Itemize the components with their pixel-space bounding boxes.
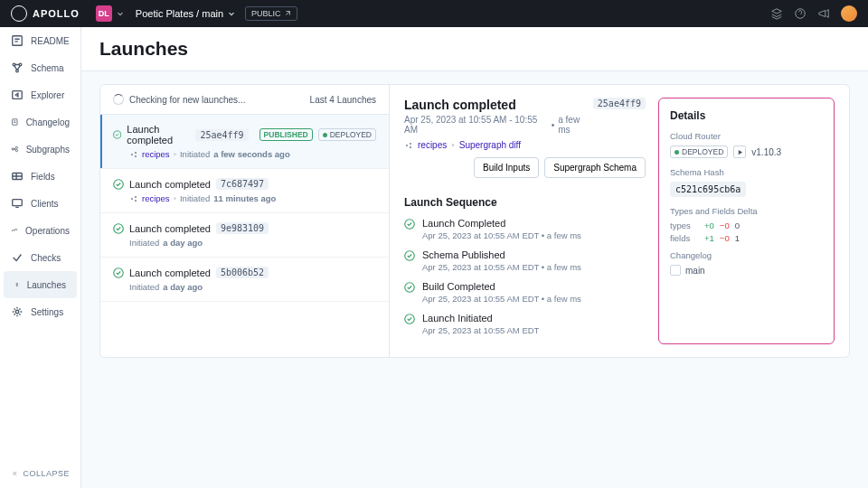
- checkmark-icon: [404, 219, 415, 230]
- checkmark-icon: [404, 314, 415, 324]
- svg-point-9: [15, 150, 17, 152]
- launch-item[interactable]: Launch completed 25ae4ff9 PUBLISHED DEPL…: [100, 115, 389, 169]
- sidebar-item-changelog[interactable]: Changelog: [0, 108, 80, 136]
- sidebar-item-schema[interactable]: Schema: [0, 54, 80, 81]
- svg-point-8: [15, 146, 17, 148]
- document-icon: [670, 265, 681, 276]
- help-icon[interactable]: [794, 7, 807, 20]
- commit-hash: 5b006b52: [216, 267, 269, 278]
- launch-detail: Launch completed Apr 25, 2023 at 10:55 A…: [390, 85, 849, 357]
- chevron-down-icon: [227, 9, 236, 18]
- svg-point-21: [135, 200, 137, 202]
- chevron-left-icon: [11, 468, 17, 479]
- subgraph-icon: [129, 194, 138, 203]
- sidebar-item-checks[interactable]: Checks: [0, 244, 80, 271]
- logo-icon: [11, 5, 27, 22]
- supergraph-schema-button[interactable]: Supergraph Schema: [544, 157, 646, 178]
- launch-item[interactable]: Launch completed 5b006b52 Initiated a da…: [100, 258, 389, 302]
- panel-title: Details: [670, 109, 823, 122]
- sidebar-item-subgraphs[interactable]: Subgraphs: [0, 136, 80, 163]
- svg-rect-1: [13, 36, 23, 46]
- recipes-link[interactable]: recipes: [418, 140, 447, 150]
- checkmark-icon: [113, 179, 124, 190]
- launch-count: Last 4 Launches: [310, 95, 376, 105]
- svg-point-12: [16, 284, 17, 285]
- external-link-icon: [284, 10, 291, 17]
- chevron-down-icon[interactable]: [116, 9, 125, 18]
- topbar: APOLLO DL Poetic Plates / main PUBLIC: [0, 0, 868, 27]
- sequence-item: Schema PublishedApr 25, 2023 at 10:55 AM…: [404, 249, 646, 272]
- sequence-item: Launch InitiatedApr 25, 2023 at 10:55 AM…: [404, 313, 646, 335]
- svg-point-19: [131, 198, 133, 200]
- commit-hash: 9e983109: [216, 222, 269, 234]
- router-version: v1.10.3: [751, 147, 781, 157]
- types-delta: types+0−00: [670, 221, 823, 230]
- logo[interactable]: APOLLO: [11, 5, 80, 22]
- sidebar-item-clients[interactable]: Clients: [0, 190, 80, 217]
- sidebar-item-fields[interactable]: Fields: [0, 163, 80, 190]
- launch-list-header: Checking for new launches... Last 4 Laun…: [100, 85, 389, 115]
- sequence-title: Launch Sequence: [404, 196, 646, 209]
- fields-delta: fields+1−01: [670, 233, 823, 243]
- collapse-button[interactable]: COLLAPSE: [0, 459, 80, 488]
- svg-point-16: [135, 152, 137, 154]
- sidebar-item-explorer[interactable]: Explorer: [0, 81, 80, 108]
- checkmark-icon: [113, 267, 124, 278]
- deployed-badge: DEPLOYED: [318, 128, 376, 141]
- svg-rect-6: [13, 119, 17, 125]
- detail-hash: 25ae4ff9: [593, 98, 646, 109]
- deployed-badge: DEPLOYED: [670, 145, 728, 158]
- sidebar-item-readme[interactable]: README: [0, 27, 80, 54]
- svg-point-24: [406, 145, 408, 146]
- schema-hash: c521c695cb6a: [670, 182, 746, 197]
- detail-title: Launch completed: [404, 98, 593, 112]
- checkmark-icon: [404, 282, 415, 293]
- megaphone-icon[interactable]: [817, 7, 830, 20]
- launch-list: Checking for new launches... Last 4 Laun…: [100, 85, 390, 357]
- sequence-item: Launch CompletedApr 25, 2023 at 10:55 AM…: [404, 218, 646, 240]
- svg-point-20: [135, 196, 137, 198]
- page-header: Launches: [81, 27, 868, 71]
- build-inputs-button[interactable]: Build Inputs: [474, 157, 539, 178]
- breadcrumb[interactable]: Poetic Plates / main: [136, 8, 236, 19]
- avatar[interactable]: [841, 5, 857, 22]
- svg-point-15: [131, 154, 133, 155]
- svg-point-13: [15, 310, 19, 314]
- svg-point-26: [410, 146, 411, 148]
- published-badge: PUBLISHED: [259, 128, 313, 141]
- launch-item[interactable]: Launch completed 7c687497 recipes•Initia…: [100, 169, 389, 213]
- commit-hash: 7c687497: [216, 178, 269, 190]
- subgraph-icon: [129, 150, 138, 159]
- subgraph-icon: [404, 141, 413, 150]
- checkmark-icon: [113, 223, 124, 234]
- supergraph-diff-link[interactable]: Supergraph diff: [459, 140, 521, 150]
- recipes-link[interactable]: recipes: [142, 193, 170, 203]
- checkmark-icon: [113, 129, 121, 140]
- launches-card: Checking for new launches... Last 4 Laun…: [99, 84, 850, 358]
- svg-rect-5: [13, 91, 23, 99]
- svg-rect-11: [13, 200, 23, 206]
- launch-item[interactable]: Launch completed 9e983109 Initiated a da…: [100, 213, 389, 258]
- play-icon[interactable]: [733, 145, 746, 158]
- object-icon[interactable]: [770, 7, 783, 20]
- sidebar-item-settings[interactable]: Settings: [0, 298, 80, 325]
- org-badge[interactable]: DL: [96, 5, 112, 22]
- sequence-item: Build CompletedApr 25, 2023 at 10:55 AM …: [404, 281, 646, 304]
- brand-name: APOLLO: [33, 8, 80, 19]
- svg-point-17: [135, 155, 137, 157]
- public-badge[interactable]: PUBLIC: [245, 6, 297, 21]
- details-panel: Details Cloud Router DEPLOYED v1.10.3 Sc…: [658, 98, 835, 344]
- recipes-link[interactable]: recipes: [142, 149, 170, 159]
- page-title: Launches: [99, 38, 850, 60]
- changelog-link[interactable]: main: [670, 265, 823, 276]
- main: Launches Checking for new launches... La…: [81, 27, 868, 488]
- sidebar-item-operations[interactable]: Operations: [0, 217, 80, 244]
- spinner-icon: [113, 94, 124, 105]
- commit-hash: 25ae4ff9: [195, 129, 248, 141]
- svg-point-7: [12, 148, 14, 150]
- checkmark-icon: [404, 250, 415, 261]
- svg-point-25: [410, 143, 411, 145]
- sidebar-item-launches[interactable]: Launches: [4, 271, 77, 298]
- sidebar: README Schema Explorer Changelog Subgrap…: [0, 27, 81, 488]
